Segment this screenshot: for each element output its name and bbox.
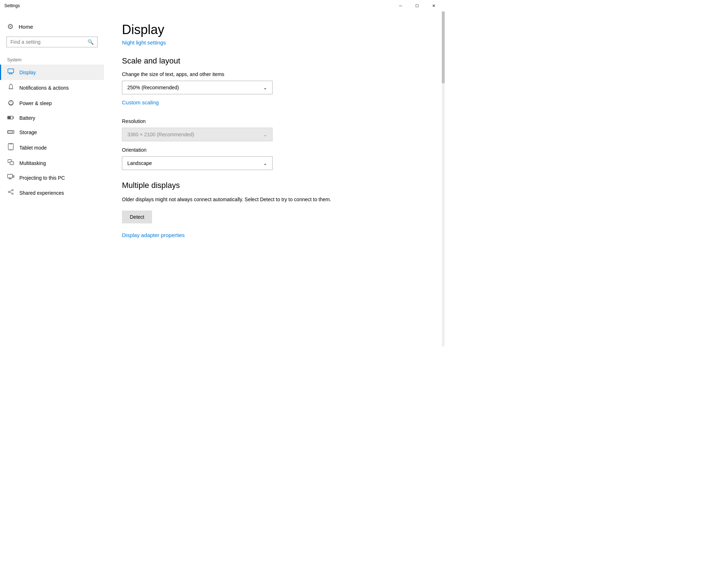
multiple-displays-title: Multiple displays (122, 181, 427, 190)
search-icon: 🔍 (88, 39, 94, 45)
multiple-displays-desc: Older displays might not always connect … (122, 196, 337, 203)
resolution-label: Resolution (122, 118, 427, 124)
sidebar-item-power-label: Power & sleep (19, 100, 52, 106)
adapter-properties-link[interactable]: Display adapter properties (122, 232, 185, 238)
home-label: Home (19, 24, 33, 30)
content-area: Display Night light settings Scale and l… (104, 11, 445, 346)
sidebar-item-storage[interactable]: Storage (0, 125, 104, 140)
svg-rect-9 (8, 117, 11, 119)
scrollbar-thumb[interactable] (442, 11, 445, 83)
scrollbar-track[interactable] (442, 11, 445, 346)
sidebar-item-tablet[interactable]: Tablet mode (0, 140, 104, 156)
resolution-dropdown-value: 3360 × 2100 (Recommended) (127, 132, 194, 137)
page-title: Display (122, 22, 427, 37)
orientation-label: Orientation (122, 147, 427, 153)
sidebar-item-power[interactable]: Power & sleep (0, 95, 104, 111)
sidebar-item-display[interactable]: Display (0, 65, 104, 80)
svg-rect-20 (10, 162, 14, 165)
sidebar-item-tablet-label: Tablet mode (19, 145, 47, 151)
maximize-button[interactable]: ☐ (409, 0, 425, 11)
power-icon (7, 99, 14, 107)
orientation-dropdown-chevron: ⌄ (263, 161, 267, 166)
scale-dropdown-value: 250% (Recommended) (127, 85, 179, 90)
sidebar-item-multitasking[interactable]: Multitasking (0, 156, 104, 170)
sidebar-item-display-label: Display (19, 70, 36, 75)
shared-icon (7, 189, 14, 197)
sidebar-item-multitasking-label: Multitasking (19, 160, 46, 166)
multitasking-icon (7, 159, 14, 167)
tablet-icon (7, 143, 14, 152)
sidebar-item-shared-label: Shared experiences (19, 190, 64, 196)
orientation-dropdown[interactable]: Landscape ⌄ (122, 156, 273, 170)
sidebar-item-storage-label: Storage (19, 129, 37, 135)
sidebar-home[interactable]: ⚙ Home (0, 19, 104, 37)
titlebar: Settings ─ ☐ ✕ (0, 0, 445, 11)
search-box[interactable]: 🔍 (6, 37, 98, 47)
window-controls: ─ ☐ ✕ (392, 0, 442, 11)
night-light-link[interactable]: Night light settings (122, 39, 166, 46)
sidebar: ⚙ Home 🔍 System Display (0, 11, 104, 346)
svg-point-15 (13, 132, 13, 132)
minimize-button[interactable]: ─ (392, 0, 409, 11)
orientation-dropdown-value: Landscape (127, 160, 152, 166)
scale-layout-section-title: Scale and layout (122, 56, 427, 66)
svg-line-30 (10, 190, 12, 192)
notifications-icon (7, 84, 14, 92)
scale-setting-label: Change the size of text, apps, and other… (122, 71, 427, 77)
home-icon: ⚙ (7, 22, 14, 31)
sidebar-item-notifications-label: Notifications & actions (19, 85, 69, 91)
svg-rect-21 (8, 174, 13, 178)
svg-point-17 (10, 149, 11, 150)
close-button[interactable]: ✕ (425, 0, 442, 11)
svg-point-29 (12, 193, 13, 194)
storage-icon (7, 129, 14, 136)
resolution-dropdown[interactable]: 3360 × 2100 (Recommended) ⌄ (122, 128, 273, 141)
svg-rect-0 (8, 69, 14, 73)
custom-scaling-link[interactable]: Custom scaling (122, 99, 159, 105)
svg-rect-14 (8, 131, 12, 133)
svg-point-27 (12, 189, 13, 191)
sidebar-item-projecting[interactable]: Projecting to this PC (0, 170, 104, 185)
battery-icon (7, 114, 14, 122)
svg-point-28 (8, 191, 10, 193)
app-title: Settings (4, 3, 20, 8)
display-icon (7, 68, 14, 76)
resolution-dropdown-chevron: ⌄ (263, 132, 267, 137)
sidebar-item-battery-label: Battery (19, 115, 35, 121)
sidebar-item-notifications[interactable]: Notifications & actions (0, 80, 104, 95)
sidebar-item-projecting-label: Projecting to this PC (19, 175, 65, 181)
projecting-icon (7, 174, 14, 181)
scale-dropdown-chevron: ⌄ (263, 85, 267, 90)
svg-line-31 (10, 192, 12, 193)
sidebar-item-battery[interactable]: Battery (0, 111, 104, 125)
search-input[interactable] (10, 39, 88, 45)
detect-button[interactable]: Detect (122, 211, 152, 223)
app-container: ⚙ Home 🔍 System Display (0, 11, 445, 346)
sidebar-item-shared[interactable]: Shared experiences (0, 185, 104, 200)
sidebar-section-label: System (0, 55, 104, 65)
scale-dropdown[interactable]: 250% (Recommended) ⌄ (122, 81, 273, 94)
